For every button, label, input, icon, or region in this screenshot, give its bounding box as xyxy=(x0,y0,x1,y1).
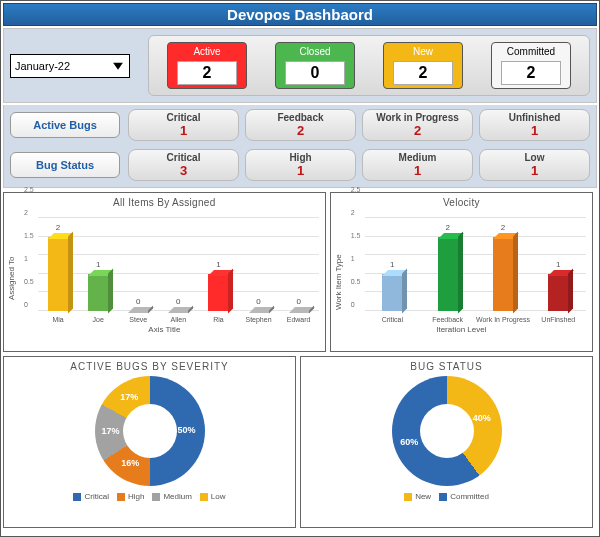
bar: 1 xyxy=(208,274,228,311)
data-label: 2 xyxy=(56,223,60,232)
kpi-value: 1 xyxy=(246,163,355,178)
data-label: 2 xyxy=(501,223,505,232)
status-value: 0 xyxy=(285,61,345,85)
top-band: January-22 Active 2 Closed 0 New 2 Commi… xyxy=(3,28,597,103)
kpi-pill[interactable]: Unfinished1 xyxy=(479,109,590,141)
kpi-value: 1 xyxy=(129,123,238,138)
kpi-label: Critical xyxy=(129,112,238,123)
kpi-pill[interactable]: Critical3 xyxy=(128,149,239,181)
x-tick: Work In Progress xyxy=(475,316,530,323)
slice-label: 50% xyxy=(178,425,196,435)
page-title: Devopos Dashbaord xyxy=(3,3,597,26)
row-active-bugs: Active Bugs Critical1Feedback2Work in Pr… xyxy=(3,105,597,145)
legend-item: High xyxy=(117,492,144,501)
x-tick: Feedback xyxy=(420,316,475,323)
chevron-down-icon xyxy=(111,59,125,73)
x-axis-label: Axis Title xyxy=(4,325,325,334)
chart-active-bugs-severity: ACTIVE BUGS BY SEVERITY 50%16%17%17% Cri… xyxy=(3,356,296,528)
chart-title: BUG STATUS xyxy=(301,357,592,374)
kpi-label: Work in Progress xyxy=(363,112,472,123)
legend-item: Committed xyxy=(439,492,489,501)
data-label: 2 xyxy=(445,223,449,232)
data-label: 1 xyxy=(96,260,100,269)
kpi-pill[interactable]: High1 xyxy=(245,149,356,181)
chart-bug-status: BUG STATUS 40%60% NewCommitted xyxy=(300,356,593,528)
x-tick: Mia xyxy=(38,316,78,323)
data-label: 0 xyxy=(296,297,300,306)
x-tick: UnFinshed xyxy=(531,316,586,323)
kpi-pill[interactable]: Feedback2 xyxy=(245,109,356,141)
y-axis-label: Assigned To xyxy=(7,257,16,300)
status-card-closed[interactable]: Closed 0 xyxy=(275,42,355,89)
kpi-value: 1 xyxy=(480,123,589,138)
legend-item: Medium xyxy=(152,492,191,501)
x-tick: Stephen xyxy=(238,316,278,323)
slice-label: 17% xyxy=(102,426,120,436)
x-axis-label: Iteration Level xyxy=(331,325,592,334)
x-tick: Allen xyxy=(158,316,198,323)
data-label: 1 xyxy=(556,260,560,269)
status-card-active[interactable]: Active 2 xyxy=(167,42,247,89)
chart-title: Velocity xyxy=(331,193,592,210)
kpi-value: 2 xyxy=(246,123,355,138)
kpi-value: 3 xyxy=(129,163,238,178)
status-value: 2 xyxy=(177,61,237,85)
data-label: 1 xyxy=(390,260,394,269)
month-select-value: January-22 xyxy=(15,60,70,72)
status-panel: Active 2 Closed 0 New 2 Committed 2 xyxy=(148,35,590,96)
kpi-pill[interactable]: Low1 xyxy=(479,149,590,181)
kpi-label: Feedback xyxy=(246,112,355,123)
slice-label: 40% xyxy=(473,413,491,423)
status-card-new[interactable]: New 2 xyxy=(383,42,463,89)
kpi-label: Low xyxy=(480,152,589,163)
kpi-pill[interactable]: Critical1 xyxy=(128,109,239,141)
bar: 2 xyxy=(438,237,458,311)
bar: 1 xyxy=(548,274,568,311)
status-card-committed[interactable]: Committed 2 xyxy=(491,42,571,89)
x-tick: Ria xyxy=(198,316,238,323)
status-label: Committed xyxy=(492,45,570,58)
x-tick: Joe xyxy=(78,316,118,323)
kpi-label: High xyxy=(246,152,355,163)
data-label: 0 xyxy=(256,297,260,306)
legend-item: New xyxy=(404,492,431,501)
slice-label: 60% xyxy=(400,437,418,447)
row-label: Active Bugs xyxy=(10,112,120,138)
month-select[interactable]: January-22 xyxy=(10,54,130,78)
data-label: 0 xyxy=(176,297,180,306)
legend-item: Low xyxy=(200,492,226,501)
bar: 1 xyxy=(382,274,402,311)
y-axis-label: Work Item Type xyxy=(334,254,343,310)
data-label: 0 xyxy=(136,297,140,306)
chart-velocity: Velocity Work Item Type 1221 CriticalFee… xyxy=(330,192,593,352)
x-tick: Critical xyxy=(365,316,420,323)
chart-all-items-by-assigned: All Items By Assigned Assigned To 210010… xyxy=(3,192,326,352)
bar: 2 xyxy=(48,237,68,311)
slice-label: 16% xyxy=(121,458,139,468)
kpi-label: Unfinished xyxy=(480,112,589,123)
kpi-pill[interactable]: Work in Progress2 xyxy=(362,109,473,141)
status-value: 2 xyxy=(393,61,453,85)
kpi-pill[interactable]: Medium1 xyxy=(362,149,473,181)
row-bug-status: Bug Status Critical3High1Medium1Low1 xyxy=(3,145,597,188)
legend-item: Critical xyxy=(73,492,108,501)
chart-title: All Items By Assigned xyxy=(4,193,325,210)
bar: 1 xyxy=(88,274,108,311)
status-label: Closed xyxy=(276,45,354,58)
x-tick: Steve xyxy=(118,316,158,323)
kpi-value: 1 xyxy=(480,163,589,178)
chart-title: ACTIVE BUGS BY SEVERITY xyxy=(4,357,295,374)
kpi-label: Medium xyxy=(363,152,472,163)
kpi-label: Critical xyxy=(129,152,238,163)
status-value: 2 xyxy=(501,61,561,85)
status-label: Active xyxy=(168,45,246,58)
data-label: 1 xyxy=(216,260,220,269)
kpi-value: 1 xyxy=(363,163,472,178)
kpi-value: 2 xyxy=(363,123,472,138)
status-label: New xyxy=(384,45,462,58)
slice-label: 17% xyxy=(120,392,138,402)
row-label: Bug Status xyxy=(10,152,120,178)
x-tick: Edward xyxy=(279,316,319,323)
bar: 2 xyxy=(493,237,513,311)
